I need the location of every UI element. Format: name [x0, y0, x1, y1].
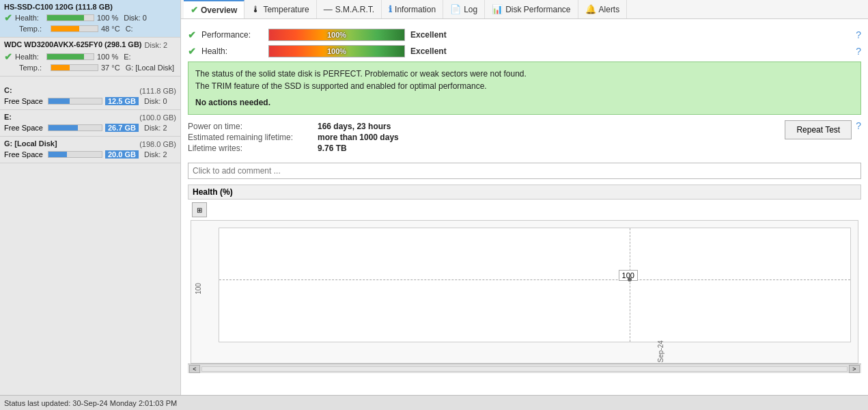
- repeat-help-icon[interactable]: ?: [856, 120, 861, 131]
- chart-title-bar: Health (%): [188, 184, 861, 200]
- partition-c-letter: C:: [4, 86, 12, 94]
- partition-g-letter: G: [Local Disk]: [4, 139, 57, 148]
- drive-1-temp-value: 48 °C: [101, 25, 120, 33]
- drive-2-temp-label: Temp.:: [19, 64, 48, 72]
- drive-1-temp-label: Temp.:: [19, 25, 48, 33]
- status-line2: The TRIM feature of the SSD is supported…: [195, 80, 854, 92]
- comment-input[interactable]: [188, 163, 861, 179]
- drive-item-1[interactable]: HS-SSD-C100 120G (111.8 GB) ✔ Health: 10…: [0, 0, 180, 38]
- tab-bar: ✔ Overview 🌡 Temperature — S.M.A.R.T. ℹ …: [181, 0, 868, 19]
- drive-2-title: WDC WD3200AVKX-625FY0 (298.1 GB): [4, 40, 142, 49]
- drive-2-drive-letter: G: [Local Disk]: [126, 64, 175, 72]
- information-icon: ℹ: [389, 4, 392, 14]
- health-bar: 100%: [268, 45, 405, 57]
- partition-c-free-label: Free Space: [4, 97, 45, 105]
- partition-e-letter: E:: [4, 113, 12, 121]
- partition-e-bar: [48, 124, 102, 131]
- health-bar-inner: 100%: [269, 46, 404, 57]
- scroll-right-button[interactable]: >: [849, 365, 860, 373]
- chart-dashed-h: [219, 279, 850, 280]
- partition-g[interactable]: G: [Local Disk] (198.0 GB) Free Space 20…: [0, 137, 180, 163]
- health-status: Excellent: [410, 46, 447, 56]
- tab-alerts[interactable]: 🔔 Alerts: [578, 0, 628, 18]
- partition-e-free-size: 26.7 GB: [105, 124, 139, 132]
- status-line3: No actions needed.: [195, 96, 854, 109]
- partition-g-disk: Disk: 2: [144, 150, 167, 159]
- chart-icon-button[interactable]: ⊞: [192, 202, 207, 217]
- tab-overview[interactable]: ✔ Overview: [184, 0, 244, 18]
- tab-disk-performance[interactable]: 📊 Disk Performance: [485, 0, 578, 18]
- info-section: Power on time: 166 days, 23 hours Estima…: [188, 120, 861, 154]
- log-icon: 📄: [450, 4, 461, 14]
- scrollbar: < >: [188, 364, 861, 373]
- status-bar-text: Status last updated: 30-Sep-24 Monday 2:…: [4, 399, 177, 407]
- drive-item-2[interactable]: WDC WD3200AVKX-625FY0 (298.1 GB) Disk: 2…: [0, 38, 180, 77]
- partition-c-bar: [48, 98, 102, 105]
- tab-log-label: Log: [464, 5, 477, 14]
- partition-g-free-size: 20.0 GB: [105, 150, 139, 159]
- power-on-time-row: Power on time: 166 days, 23 hours: [188, 122, 771, 131]
- drive-1-temp-bar: [51, 25, 98, 32]
- partition-g-free-label: Free Space: [4, 150, 45, 159]
- partition-e-disk: Disk: 2: [144, 124, 167, 132]
- chart-wrapper: 100 100 13-Sep-24: [191, 220, 858, 364]
- lifetime-writes-key: Lifetime writes:: [188, 144, 318, 153]
- partition-e-free-label: Free Space: [4, 124, 45, 132]
- status-line1: The status of the solid state disk is PE…: [195, 68, 854, 80]
- alerts-icon: 🔔: [585, 4, 596, 14]
- chart-x-label: 13-Sep-24: [657, 340, 664, 364]
- disk-performance-icon: 📊: [492, 4, 503, 14]
- performance-help-icon[interactable]: ?: [856, 29, 861, 40]
- content-area: ✔ Performance: 100% Excellent ? ✔ Health…: [181, 19, 868, 395]
- drive-2-health-value: 100 %: [97, 53, 118, 61]
- health-row: ✔ Health: 100% Excellent ?: [188, 45, 861, 57]
- partition-c-size: (111.8 GB): [139, 87, 176, 95]
- tab-smart[interactable]: — S.M.A.R.T.: [317, 0, 382, 18]
- drive-2-health-label: Health:: [15, 53, 44, 61]
- repeat-section: Repeat Test ?: [785, 120, 861, 139]
- drive-1-drive-letter: C:: [126, 25, 133, 33]
- drive-2-disk-label: Disk: 2: [145, 41, 168, 49]
- partition-c-disk: Disk: 0: [144, 97, 167, 105]
- chart-y-label: 100: [195, 283, 202, 295]
- drive-1-health-value: 100 %: [97, 14, 118, 22]
- performance-row: ✔ Performance: 100% Excellent ?: [188, 29, 861, 41]
- partition-c[interactable]: C: (111.8 GB) Free Space 12.5 GB Disk: 0: [0, 83, 180, 110]
- tab-alerts-label: Alerts: [599, 5, 620, 14]
- estimated-lifetime-value: more than 1000 days: [318, 133, 399, 142]
- health-label: Health:: [201, 46, 263, 56]
- partition-e[interactable]: E: (100.0 GB) Free Space 26.7 GB Disk: 2: [0, 110, 180, 137]
- power-on-time-value: 166 days, 23 hours: [318, 122, 391, 131]
- repeat-test-button[interactable]: Repeat Test: [785, 120, 852, 139]
- chart-title: Health (%): [193, 187, 233, 197]
- chart-icon: ⊞: [197, 206, 202, 214]
- overview-icon: ✔: [191, 5, 198, 15]
- status-message-box: The status of the solid state disk is PE…: [188, 62, 861, 115]
- drive-1-health-label: Health:: [15, 14, 44, 22]
- right-panel: ✔ Overview 🌡 Temperature — S.M.A.R.T. ℹ …: [181, 0, 868, 395]
- chart-dashed-v: [630, 228, 630, 342]
- estimated-lifetime-key: Estimated remaining lifetime:: [188, 133, 318, 142]
- tab-information-label: Information: [395, 5, 436, 14]
- estimated-lifetime-row: Estimated remaining lifetime: more than …: [188, 133, 771, 142]
- health-help-icon[interactable]: ?: [856, 46, 861, 57]
- drive-2-health-bar: [46, 53, 94, 60]
- chart-controls: ⊞: [188, 200, 861, 220]
- temperature-icon: 🌡: [251, 4, 260, 14]
- performance-check-icon: ✔: [188, 29, 196, 40]
- main-container: HS-SSD-C100 120G (111.8 GB) ✔ Health: 10…: [0, 0, 868, 395]
- tab-information[interactable]: ℹ Information: [382, 0, 443, 18]
- health-value: 100%: [327, 47, 346, 55]
- lifetime-writes-row: Lifetime writes: 9.76 TB: [188, 144, 771, 153]
- partition-e-size: (100.0 GB): [139, 113, 176, 122]
- drive-2-temp-value: 37 °C: [101, 64, 120, 72]
- tab-log[interactable]: 📄 Log: [443, 0, 485, 18]
- partition-g-bar: [48, 151, 102, 158]
- scrollbar-track[interactable]: [201, 366, 848, 372]
- performance-bar-inner: 100%: [269, 29, 404, 40]
- info-left: Power on time: 166 days, 23 hours Estima…: [188, 120, 771, 154]
- scroll-left-button[interactable]: <: [189, 365, 200, 373]
- tab-temperature[interactable]: 🌡 Temperature: [244, 0, 316, 18]
- drive-2-check-icon: ✔: [4, 51, 12, 62]
- performance-value: 100%: [327, 31, 346, 39]
